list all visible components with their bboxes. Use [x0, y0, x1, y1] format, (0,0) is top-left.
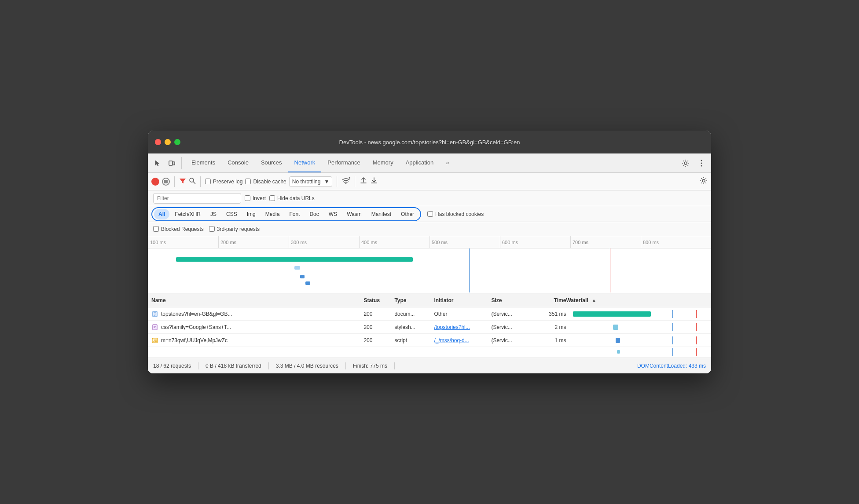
disable-cache-input[interactable]: [245, 179, 251, 184]
finish-time: Finish: 775 ms: [353, 363, 387, 369]
tab-console[interactable]: Console: [221, 153, 255, 172]
tab-memory[interactable]: Memory: [367, 153, 400, 172]
table-row[interactable]: JS m=n73qwf,UUJqVe,MpJwZc 200 script /_/…: [148, 334, 711, 347]
window-title: DevTools - news.google.com/topstories?hl…: [339, 139, 520, 146]
network-table: Name Status Type Initiator Size Time: [148, 293, 711, 358]
type-btn-js[interactable]: JS: [206, 209, 221, 219]
kebab-menu-icon[interactable]: [695, 157, 708, 169]
hide-data-urls-input[interactable]: [269, 195, 275, 201]
header-waterfall[interactable]: Waterfall ▲: [566, 297, 708, 303]
row2-initiator[interactable]: /topstories?hl...: [434, 324, 491, 330]
timeline-ruler: 100 ms 200 ms 300 ms 400 ms 500 ms 600 m…: [148, 236, 711, 248]
timeline-container: 100 ms 200 ms 300 ms 400 ms 500 ms 600 m…: [148, 236, 711, 293]
type-btn-css[interactable]: CSS: [222, 209, 242, 219]
blocked-requests-input[interactable]: [153, 226, 159, 232]
header-time[interactable]: Time: [531, 297, 566, 303]
preserve-log-input[interactable]: [205, 179, 211, 184]
row1-wf-bar-container: [566, 310, 708, 318]
upload-icon[interactable]: [360, 177, 367, 186]
settings-icon[interactable]: [679, 157, 692, 169]
timeline-area: [148, 248, 711, 292]
traffic-lights: [155, 139, 180, 145]
invert-checkbox[interactable]: Invert: [245, 195, 266, 201]
has-blocked-cookies-input[interactable]: [427, 211, 433, 217]
type-btn-ws[interactable]: WS: [324, 209, 341, 219]
row3-waterfall: [566, 334, 708, 347]
svg-rect-16: [153, 325, 157, 330]
type-btn-doc[interactable]: Doc: [305, 209, 323, 219]
tab-more[interactable]: »: [440, 153, 455, 172]
finish-line: [610, 248, 610, 292]
wifi-icon[interactable]: [341, 177, 350, 186]
third-party-checkbox[interactable]: 3rd-party requests: [209, 226, 260, 232]
type-btn-wasm[interactable]: Wasm: [342, 209, 366, 219]
row1-type: docum...: [394, 311, 434, 317]
tab-network[interactable]: Network: [288, 153, 322, 172]
type-btn-img[interactable]: Img: [242, 209, 260, 219]
row1-waterfall: [566, 307, 708, 320]
row2-name: css?family=Google+Sans+T...: [161, 324, 231, 330]
header-size[interactable]: Size: [491, 297, 531, 303]
device-toggle-icon[interactable]: [165, 157, 178, 169]
status-sep1: [198, 362, 198, 369]
cursor-icon[interactable]: [151, 157, 164, 169]
type-filter-group: All Fetch/XHR JS CSS Img Media Font Doc …: [151, 207, 421, 221]
preserve-log-checkbox[interactable]: Preserve log: [205, 179, 242, 185]
type-btn-all[interactable]: All: [154, 209, 169, 219]
close-button[interactable]: [155, 139, 161, 145]
search-icon[interactable]: [189, 177, 196, 186]
ruler-300ms: 300 ms: [289, 236, 359, 248]
filter-input[interactable]: [153, 193, 241, 204]
table-row[interactable]: css?family=Google+Sans+T... 200 stylesh.…: [148, 321, 711, 334]
download-icon[interactable]: [370, 177, 378, 186]
network-settings-icon[interactable]: [700, 177, 708, 186]
header-status[interactable]: Status: [363, 297, 394, 303]
row2-status: 200: [363, 324, 394, 330]
secondary-toolbar: Preserve log Disable cache No throttling…: [148, 173, 711, 190]
status-bar: 18 / 62 requests 0 B / 418 kB transferre…: [148, 358, 711, 373]
stop-icon: [164, 180, 168, 183]
row3-initiator[interactable]: /_/mss/boq-d...: [434, 337, 491, 343]
header-type[interactable]: Type: [394, 297, 434, 303]
hide-data-urls-checkbox[interactable]: Hide data URLs: [269, 195, 315, 201]
type-btn-media[interactable]: Media: [261, 209, 284, 219]
invert-input[interactable]: [245, 195, 250, 201]
table-row[interactable]: topstories?hl=en-GB&gl=GB... 200 docum..…: [148, 307, 711, 321]
header-initiator[interactable]: Initiator: [434, 297, 491, 303]
row4-wf-red-line: [696, 348, 697, 356]
throttle-select[interactable]: No throttling ▼: [289, 176, 333, 187]
table-row-extra: [148, 347, 711, 358]
blocked-requests-checkbox[interactable]: Blocked Requests: [153, 226, 204, 232]
third-party-input[interactable]: [209, 226, 215, 232]
row2-time: 2 ms: [531, 324, 566, 330]
type-btn-fetch-xhr[interactable]: Fetch/XHR: [170, 209, 205, 219]
svg-point-11: [702, 179, 705, 182]
script-icon: JS: [151, 337, 158, 344]
separator3: [337, 176, 337, 187]
disable-cache-checkbox[interactable]: Disable cache: [245, 179, 286, 185]
row1-wf-bar: [573, 311, 651, 317]
tab-application[interactable]: Application: [400, 153, 440, 172]
maximize-button[interactable]: [174, 139, 180, 145]
blocked-bar: Blocked Requests 3rd-party requests: [148, 222, 711, 236]
has-blocked-cookies[interactable]: Has blocked cookies: [427, 211, 484, 217]
tab-sources[interactable]: Sources: [255, 153, 288, 172]
titlebar: DevTools - news.google.com/topstories?hl…: [148, 131, 711, 153]
tab-performance[interactable]: Performance: [321, 153, 366, 172]
row4-wf-blue-line: [672, 348, 673, 356]
filter-icon[interactable]: [179, 177, 186, 186]
type-btn-other[interactable]: Other: [396, 209, 418, 219]
status-sep3: [345, 362, 346, 369]
tab-elements[interactable]: Elements: [185, 153, 221, 172]
row3-time: 1 ms: [531, 337, 566, 343]
ruler-800ms: 800 ms: [641, 236, 711, 248]
ruler-600ms: 600 ms: [500, 236, 570, 248]
tab-icons: [151, 157, 182, 169]
record-button[interactable]: [151, 178, 159, 186]
header-name[interactable]: Name: [151, 297, 363, 303]
timeline-bar-4: [305, 281, 310, 285]
type-btn-font[interactable]: Font: [285, 209, 304, 219]
type-btn-manifest[interactable]: Manifest: [367, 209, 396, 219]
stop-button[interactable]: [162, 178, 170, 186]
minimize-button[interactable]: [165, 139, 171, 145]
